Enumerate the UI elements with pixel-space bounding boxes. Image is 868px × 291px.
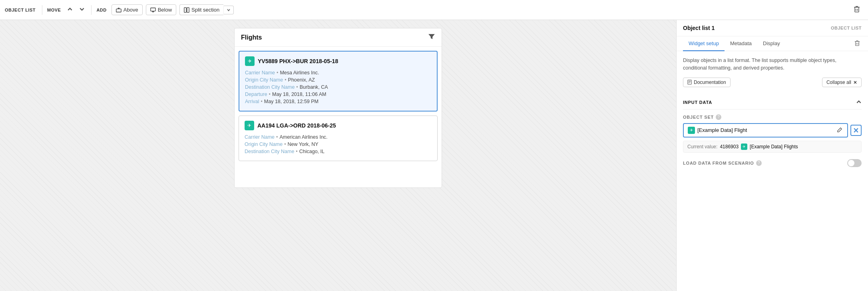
filter-icon[interactable] [428, 33, 435, 42]
panel-tabs: Widget setup Metadata Display [677, 36, 868, 51]
flight-field-arrival-1: Arrival • May 18, 2018, 12:59 PM [245, 99, 431, 104]
object-set-row: ✈ [Example Data] Flight [683, 123, 862, 138]
split-section-label: Split section [191, 7, 219, 13]
flight-field-origin-1: Origin City Name • Phoenix, AZ [245, 77, 431, 83]
widget-title: Flights [241, 34, 262, 41]
svg-rect-3 [151, 8, 155, 11]
below-label: Below [158, 7, 172, 13]
object-set-edit-button[interactable] [836, 126, 843, 134]
input-data-collapse-button[interactable] [856, 99, 862, 106]
object-set-input[interactable]: ✈ [Example Data] Flight [683, 123, 848, 138]
current-value-name: [Example Data] Flights [750, 144, 798, 149]
input-data-title: INPUT DATA [683, 100, 712, 105]
tab-display[interactable]: Display [757, 36, 786, 51]
object-set-flight-icon: ✈ [688, 127, 695, 134]
flight-item-1-header: ✈ YV5889 PHX->BUR 2018-05-18 [245, 56, 431, 66]
right-panel-header: Object list 1 OBJECT LIST [677, 20, 868, 36]
flight-field-origin-2: Origin City Name • New York, NY [245, 142, 432, 147]
flight-icon-1: ✈ [245, 56, 255, 66]
move-down-button[interactable] [78, 5, 86, 15]
canvas-area: Flights ✈ YV5889 PHX->BUR 2018-05-18 Car… [0, 20, 676, 291]
object-set-help-icon[interactable]: ? [716, 114, 721, 120]
collapse-all-label: Collapse all [826, 80, 851, 85]
svg-rect-0 [116, 9, 121, 12]
toolbar: OBJECT LIST MOVE ADD Above Below [0, 0, 868, 20]
load-scenario-toggle[interactable] [847, 159, 862, 167]
svg-rect-6 [184, 7, 186, 12]
flight-field-departure-1: Departure • May 18, 2018, 11:06 AM [245, 92, 431, 97]
split-section-button[interactable]: Split section [179, 4, 234, 15]
split-section-dropdown[interactable] [223, 6, 234, 14]
panel-trash-button[interactable] [853, 38, 862, 49]
documentation-button[interactable]: Documentation [683, 78, 731, 87]
flight-item-1[interactable]: ✈ YV5889 PHX->BUR 2018-05-18 Carrier Nam… [239, 51, 438, 112]
flight-item-2[interactable]: ✈ AA194 LGA->ORD 2018-06-25 Carrier Name… [239, 116, 438, 161]
flight-field-dest-2: Destination City Name • Chicago, IL [245, 149, 432, 154]
panel-object-list-label: OBJECT LIST [831, 26, 862, 30]
current-value-flight-icon: ✈ [741, 144, 747, 150]
tab-widget-setup[interactable]: Widget setup [683, 36, 725, 51]
flight-item-2-header: ✈ AA194 LGA->ORD 2018-06-25 [245, 121, 432, 130]
widget-header: Flights [235, 28, 442, 47]
move-up-button[interactable] [66, 5, 74, 15]
svg-rect-7 [187, 7, 189, 12]
svg-rect-8 [855, 7, 859, 12]
move-label: MOVE [47, 8, 61, 12]
doc-row: Documentation Collapse all [683, 78, 862, 93]
scenario-row: LOAD DATA FROM SCENARIO ? [683, 159, 862, 167]
svg-rect-11 [856, 41, 859, 46]
right-panel: Object list 1 OBJECT LIST Widget setup M… [676, 20, 868, 291]
add-above-button[interactable]: Above [111, 4, 143, 15]
delete-button[interactable] [850, 4, 863, 16]
documentation-label: Documentation [694, 80, 726, 85]
tab-metadata[interactable]: Metadata [725, 36, 757, 51]
add-below-button[interactable]: Below [146, 4, 176, 15]
flight-field-carrier-1: Carrier Name • Mesa Airlines Inc. [245, 70, 431, 76]
flight-id-2: AA194 LGA->ORD 2018-06-25 [257, 122, 336, 129]
divider-2 [91, 5, 92, 15]
divider-1 [42, 5, 42, 15]
flight-id-1: YV5889 PHX->BUR 2018-05-18 [258, 58, 338, 64]
object-set-value: [Example Data] Flight [697, 127, 834, 133]
panel-title: Object list 1 [683, 25, 715, 31]
object-set-section: OBJECT SET ? ✈ [Example Data] Flight [683, 114, 862, 153]
current-value-row: Current value: 4186903 ✈ [Example Data] … [683, 141, 862, 153]
load-scenario-help-icon[interactable]: ? [756, 160, 762, 166]
panel-body: Display objects in a list format. The li… [677, 51, 868, 291]
flight-field-dest-1: Destination City Name • Burbank, CA [245, 84, 431, 90]
add-label: ADD [96, 8, 106, 12]
panel-description: Display objects in a list format. The li… [683, 57, 862, 72]
flight-field-carrier-2: Carrier Name • American Airlines Inc. [245, 134, 432, 140]
current-value-label: Current value: [687, 144, 717, 149]
object-set-close-button[interactable] [850, 125, 862, 136]
flight-icon-2: ✈ [245, 121, 254, 130]
main-content: Flights ✈ YV5889 PHX->BUR 2018-05-18 Car… [0, 20, 868, 291]
object-set-label: OBJECT SET [683, 115, 714, 120]
input-data-section-header: INPUT DATA [683, 99, 862, 110]
current-value-num: 4186903 [720, 144, 739, 149]
object-list-label: OBJECT LIST [5, 8, 36, 12]
above-label: Above [123, 7, 138, 13]
collapse-all-button[interactable]: Collapse all [822, 78, 862, 87]
widget-container: Flights ✈ YV5889 PHX->BUR 2018-05-18 Car… [234, 28, 442, 188]
load-scenario-label: LOAD DATA FROM SCENARIO [683, 161, 754, 165]
